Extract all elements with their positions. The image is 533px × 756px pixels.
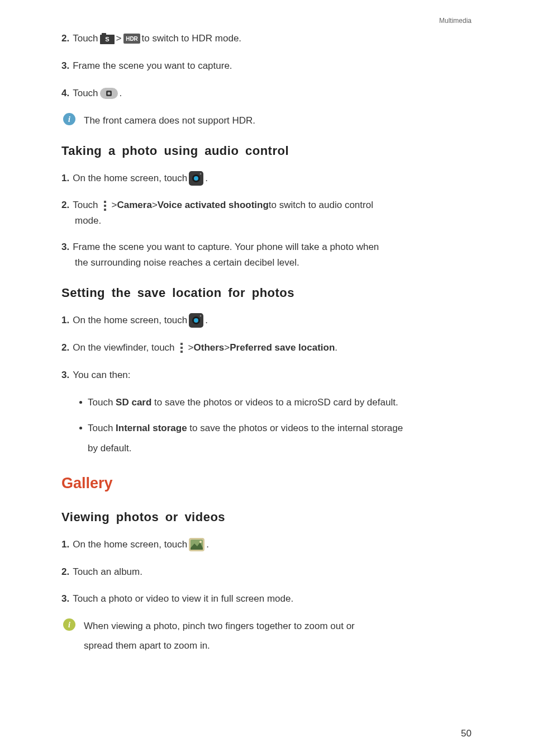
text: .	[206, 537, 209, 553]
text: .	[205, 171, 208, 187]
menu-others: Others	[194, 340, 225, 356]
text: Touch	[88, 423, 116, 433]
gallery-step-1: 1. On the home screen, touch .	[61, 537, 472, 553]
gallery-note: i When viewing a photo, pinch two finger…	[61, 618, 472, 654]
text: to save the photos or videos to a microS…	[151, 397, 398, 408]
heading-gallery: Gallery	[61, 475, 472, 492]
hdr-step-4: 4. Touch .	[61, 86, 472, 102]
bullet-icon	[79, 427, 82, 429]
hdr-note: i The front camera does not support HDR.	[61, 113, 472, 129]
save-bullet-sd: Touch SD card to save the photos or vide…	[79, 394, 472, 411]
text: Touch a photo or video to view it in ful…	[73, 591, 293, 607]
audio-step-1: 1. On the home screen, touch .	[61, 171, 472, 187]
section-header: Multimedia	[439, 17, 472, 25]
option-sd-card: SD card	[116, 397, 151, 408]
svg-point-7	[107, 92, 110, 95]
step-number: 1.	[61, 171, 69, 187]
page-content: 2. Touch S > HDR to switch to HDR mode. …	[61, 31, 472, 654]
heading-save-location: Setting the save location for photos	[61, 286, 472, 300]
heading-viewing: Viewing photos or videos	[61, 510, 472, 525]
gallery-app-icon	[189, 538, 204, 551]
svg-rect-1	[102, 33, 106, 35]
shutter-icon	[100, 88, 118, 99]
step-number: 1.	[61, 313, 69, 329]
info-icon: i	[63, 618, 75, 631]
audio-step-2-cont: mode.	[75, 212, 472, 229]
bullet-icon	[79, 401, 82, 404]
heading-audio-control: Taking a photo using audio control	[61, 144, 472, 158]
camera-app-icon	[189, 313, 203, 328]
svg-rect-16	[104, 209, 106, 211]
text: Frame the scene you want to capture. You…	[73, 239, 379, 256]
text: You can then:	[73, 367, 130, 384]
text: >	[224, 340, 230, 356]
save-bullet-internal: Touch Internal storage to save the photo…	[79, 420, 472, 457]
text: to save the photos or videos to the inte…	[187, 423, 403, 433]
svg-text:i: i	[68, 621, 70, 629]
svg-point-12	[194, 176, 198, 181]
svg-point-19	[194, 318, 198, 323]
save-step-1: 1. On the home screen, touch .	[61, 313, 472, 329]
save-step-3: 3. You can then:	[61, 367, 472, 384]
step-number: 3.	[61, 239, 69, 256]
hdr-step-3: 3. Frame the scene you want to capture.	[61, 58, 472, 74]
text: .	[335, 340, 337, 356]
svg-rect-21	[180, 343, 183, 345]
text: Touch an album.	[73, 564, 142, 580]
step-number: 3.	[61, 367, 69, 384]
option-internal-storage: Internal storage	[116, 423, 187, 433]
note-text: spread them apart to zoom in.	[84, 638, 355, 654]
text: >	[152, 197, 158, 214]
text: .	[120, 86, 122, 102]
audio-step-3-cont: the surrounding noise reaches a certain …	[75, 254, 472, 271]
text: .	[205, 313, 208, 329]
svg-text:S: S	[105, 36, 109, 42]
svg-rect-15	[104, 205, 106, 207]
step-number: 4.	[61, 86, 69, 102]
menu-voice-shooting: Voice activated shooting	[158, 197, 269, 214]
gallery-step-3: 3. Touch a photo or video to view it in …	[61, 591, 472, 607]
hdr-step-2: 2. Touch S > HDR to switch to HDR mode.	[61, 31, 472, 47]
menu-dots-icon	[100, 200, 110, 212]
note-text: When viewing a photo, pinch two fingers …	[84, 618, 355, 635]
svg-text:HDR: HDR	[126, 36, 138, 42]
svg-text:i: i	[68, 115, 70, 124]
step-number: 1.	[61, 537, 69, 553]
step-number: 2.	[61, 31, 69, 47]
text: by default.	[88, 440, 403, 457]
text: >	[188, 340, 194, 356]
mode-s-icon: S	[100, 33, 115, 44]
camera-app-icon	[189, 171, 203, 186]
note-text: The front camera does not support HDR.	[84, 113, 255, 129]
save-step-2: 2. On the viewfinder, touch > Others > P…	[61, 340, 472, 356]
text: On the home screen, touch	[73, 537, 187, 553]
text: Touch	[73, 86, 98, 102]
page-number: 50	[461, 728, 472, 739]
gallery-step-2: 2. Touch an album.	[61, 564, 472, 580]
audio-step-3: 3. Frame the scene you want to capture. …	[61, 239, 472, 256]
audio-step-2: 2. Touch > Camera > Voice activated shoo…	[61, 197, 472, 214]
menu-dots-icon	[177, 342, 187, 354]
step-number: 2.	[61, 564, 69, 580]
step-number: 3.	[61, 58, 69, 74]
text: >	[112, 197, 117, 214]
svg-point-27	[199, 541, 202, 543]
text: to switch to HDR mode.	[142, 31, 242, 47]
step-number: 2.	[61, 340, 69, 356]
svg-rect-22	[180, 347, 183, 349]
hdr-icon: HDR	[123, 34, 140, 44]
text: On the home screen, touch	[73, 313, 187, 329]
text: Touch	[73, 197, 98, 214]
text: On the viewfinder, touch	[73, 340, 174, 356]
svg-rect-14	[104, 201, 106, 203]
svg-point-13	[200, 173, 202, 175]
step-number: 3.	[61, 591, 69, 607]
info-icon: i	[63, 113, 75, 125]
text: >	[116, 31, 122, 47]
menu-preferred-save: Preferred save location	[230, 340, 335, 356]
text: On the home screen, touch	[73, 171, 187, 187]
step-number: 2.	[61, 197, 69, 214]
text: Frame the scene you want to capture.	[73, 58, 232, 74]
text: Touch	[73, 31, 98, 47]
svg-point-20	[200, 315, 202, 317]
